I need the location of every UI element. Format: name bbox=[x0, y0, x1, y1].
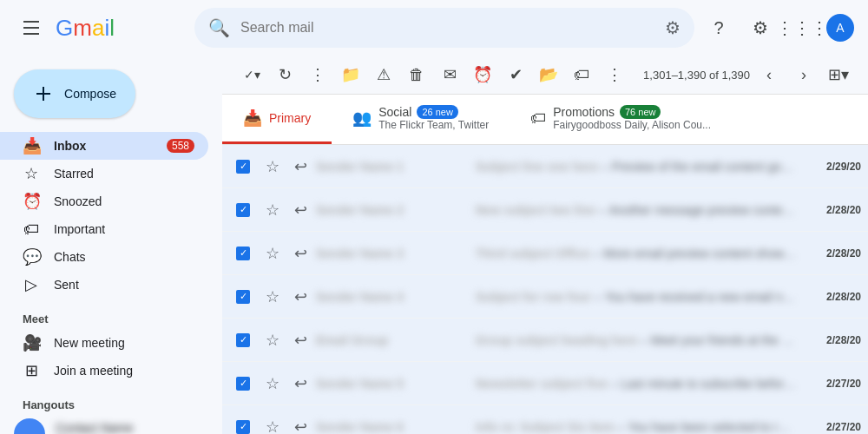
email-checkbox-4[interactable] bbox=[236, 333, 250, 347]
grid-icon: ⊞ bbox=[23, 361, 40, 380]
tag-icon-0[interactable]: ↩ bbox=[288, 157, 312, 176]
sidebar-item-new-meeting[interactable]: 🎥 New meeting bbox=[0, 329, 208, 357]
tab-promotions-header: Promotions 76 new bbox=[553, 105, 711, 119]
email-content-2: Third subject Office – More email previe… bbox=[476, 247, 797, 260]
refresh-button[interactable]: ↻ bbox=[269, 59, 300, 90]
email-content-6: Info re: Subject Six item – You have bee… bbox=[476, 420, 797, 434]
move-to-button[interactable]: ✔ bbox=[500, 59, 531, 90]
star-icon-6[interactable]: ☆ bbox=[260, 418, 285, 435]
email-subject-6: Info re: Subject Six item bbox=[476, 420, 614, 434]
starred-icon: ☆ bbox=[23, 164, 40, 183]
email-dash-5: – bbox=[611, 377, 618, 391]
hangouts-section-label: Hangouts bbox=[0, 391, 222, 415]
primary-tab-icon: 📥 bbox=[243, 108, 262, 128]
email-snippet-1: Another message preview content appears … bbox=[609, 203, 798, 217]
report-spam-button[interactable]: ⚠ bbox=[368, 59, 399, 90]
table-row[interactable]: ☆ ↩ Sender Name 5 Newsletter subject fiv… bbox=[222, 362, 868, 405]
sidebar-item-chats[interactable]: 💬 Chats bbox=[0, 243, 208, 271]
tag-icon-6[interactable]: ↩ bbox=[288, 418, 312, 435]
email-list: ☆ ↩ Sender Name 1 Subject line one here … bbox=[222, 145, 868, 434]
tag-icon-2[interactable]: ↩ bbox=[288, 244, 312, 263]
nav-label-new-meeting: New meeting bbox=[54, 336, 194, 350]
tabs: 📥 Primary 👥 Social 26 new The Flickr Tea… bbox=[222, 95, 868, 145]
search-input[interactable] bbox=[240, 20, 654, 36]
star-icon-5[interactable]: ☆ bbox=[260, 374, 285, 393]
prev-page-button[interactable]: ‹ bbox=[753, 59, 785, 90]
email-subject-3: Subject for row four bbox=[476, 290, 591, 304]
star-icon-0[interactable]: ☆ bbox=[260, 157, 285, 176]
email-checkbox-1[interactable] bbox=[236, 203, 250, 217]
nav-label-important: Important bbox=[54, 222, 194, 236]
label-button[interactable]: 📂 bbox=[533, 59, 564, 90]
checkbox-container-5 bbox=[229, 377, 257, 391]
checkbox-container-2 bbox=[229, 247, 257, 260]
overflow-button[interactable]: ⋮ bbox=[599, 59, 630, 90]
tag-icon-4[interactable]: ↩ bbox=[288, 331, 312, 350]
search-bar[interactable]: 🔍 ⚙ bbox=[194, 8, 694, 48]
delete-button[interactable]: 🗑 bbox=[401, 59, 432, 90]
tag-icon-1[interactable]: ↩ bbox=[288, 201, 312, 220]
table-row[interactable]: ☆ ↩ Sender Name 2 New subject two line –… bbox=[222, 188, 868, 232]
settings-button[interactable]: ⚙ bbox=[743, 10, 778, 45]
table-row[interactable]: ☆ ↩ Email Group Group subject heading he… bbox=[222, 319, 868, 362]
nav-label-inbox: Inbox bbox=[54, 139, 153, 153]
email-sender-2: Sender Name 3 bbox=[316, 247, 472, 260]
star-icon-3[interactable]: ☆ bbox=[260, 287, 285, 306]
select-all-button[interactable]: ✓▾ bbox=[236, 59, 267, 90]
nav-label-starred: Starred bbox=[54, 167, 194, 181]
sidebar-item-important[interactable]: 🏷 Important bbox=[0, 215, 208, 243]
tab-promotions[interactable]: 🏷 Promotions 76 new Fairygoodboss Daily,… bbox=[510, 95, 732, 144]
table-row[interactable]: ☆ ↩ Sender Name 1 Subject line one here … bbox=[222, 145, 868, 188]
tag-icon-5[interactable]: ↩ bbox=[288, 374, 312, 393]
view-options-button[interactable]: ⊞▾ bbox=[823, 59, 854, 90]
table-row[interactable]: ☆ ↩ Sender Name 3 Third subject Office –… bbox=[222, 232, 868, 275]
nav-label-sent: Sent bbox=[54, 278, 194, 292]
sidebar: Compose 📥 Inbox 558 ☆ Starred ⏰ Snoozed … bbox=[0, 56, 222, 434]
email-snippet-4: Meet your friends at the annual Group bi… bbox=[651, 333, 797, 347]
star-icon-2[interactable]: ☆ bbox=[260, 244, 285, 263]
email-checkbox-6[interactable] bbox=[236, 420, 250, 434]
mark-read-button[interactable]: ✉ bbox=[434, 59, 465, 90]
important-icon: 🏷 bbox=[23, 220, 40, 239]
table-row[interactable]: ☆ ↩ Sender Name 4 Subject for row four –… bbox=[222, 275, 868, 319]
main-content: ✓▾ ↻ ⋮ 📁 ⚠ 🗑 ✉ ⏰ ✔ 📂 🏷 ⋮ 1,301–1,390 of … bbox=[222, 56, 868, 434]
menu-button[interactable] bbox=[14, 10, 49, 45]
tab-social[interactable]: 👥 Social 26 new The Flickr Team, Twitter bbox=[332, 95, 510, 144]
email-subject-0: Subject line one here bbox=[476, 160, 598, 174]
email-dash-1: – bbox=[599, 203, 606, 217]
filter-icon[interactable]: ⚙ bbox=[665, 17, 681, 38]
sidebar-item-starred[interactable]: ☆ Starred bbox=[0, 160, 208, 187]
meet-section-label: Meet bbox=[0, 306, 222, 329]
inbox-badge: 558 bbox=[167, 139, 194, 153]
email-checkbox-0[interactable] bbox=[236, 160, 250, 174]
apps-button[interactable]: ⋮⋮⋮ bbox=[785, 10, 819, 45]
compose-label: Compose bbox=[64, 87, 116, 101]
email-checkbox-2[interactable] bbox=[236, 247, 250, 260]
email-checkbox-3[interactable] bbox=[236, 290, 250, 304]
compose-button[interactable]: Compose bbox=[14, 69, 135, 118]
sidebar-item-join-meeting[interactable]: ⊞ Join a meeting bbox=[0, 357, 208, 385]
avatar[interactable]: A bbox=[826, 14, 854, 42]
archive-button[interactable]: 📁 bbox=[335, 59, 366, 90]
hangout-contact-1[interactable]: Contact Name Status here bbox=[0, 415, 222, 434]
snooze-button[interactable]: ⏰ bbox=[467, 59, 498, 90]
label2-button[interactable]: 🏷 bbox=[566, 59, 597, 90]
email-checkbox-5[interactable] bbox=[236, 377, 250, 391]
sidebar-item-inbox[interactable]: 📥 Inbox 558 bbox=[0, 132, 208, 160]
help-button[interactable]: ? bbox=[701, 10, 736, 45]
tag-icon-3[interactable]: ↩ bbox=[288, 287, 312, 306]
table-row[interactable]: ☆ ↩ Sender Name 6 Info re: Subject Six i… bbox=[222, 405, 868, 434]
tab-primary[interactable]: 📥 Primary bbox=[222, 95, 332, 144]
checkbox-container-3 bbox=[229, 290, 257, 304]
hangout-avatar-1 bbox=[14, 418, 45, 434]
sidebar-item-sent[interactable]: ▷ Sent bbox=[0, 271, 208, 299]
star-icon-4[interactable]: ☆ bbox=[260, 331, 285, 350]
compose-plus-icon bbox=[33, 83, 54, 104]
more-options-button[interactable]: ⋮ bbox=[302, 59, 333, 90]
pagination-info: 1,301–1,390 of 1,390 bbox=[643, 69, 750, 82]
sidebar-item-snoozed[interactable]: ⏰ Snoozed bbox=[0, 187, 208, 215]
email-snippet-6: You have been selected to receive this i… bbox=[628, 420, 797, 434]
sent-icon: ▷ bbox=[23, 275, 40, 294]
star-icon-1[interactable]: ☆ bbox=[260, 201, 285, 220]
next-page-button[interactable]: › bbox=[788, 59, 819, 90]
